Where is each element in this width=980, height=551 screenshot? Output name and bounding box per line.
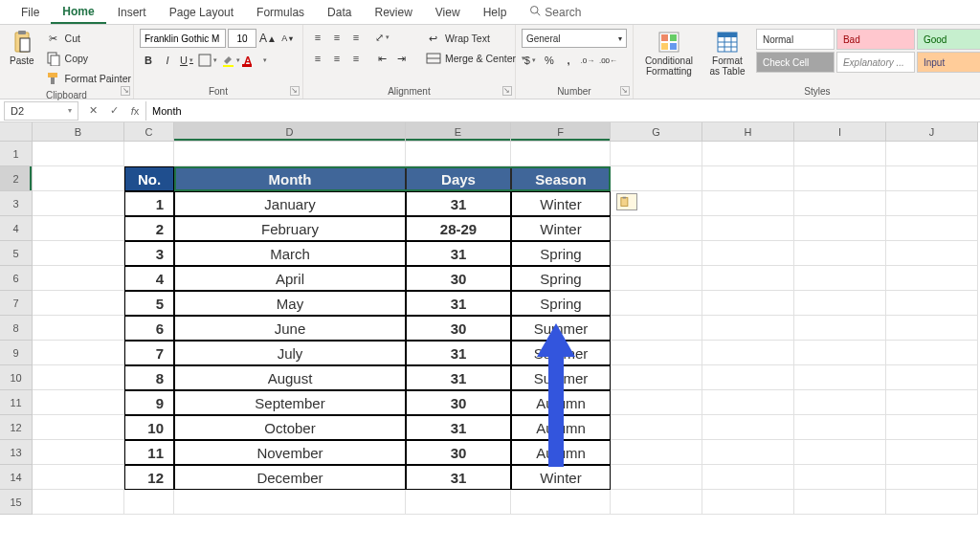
- cell-H1[interactable]: [702, 142, 794, 166]
- style-bad[interactable]: Bad: [836, 29, 915, 50]
- orientation-button[interactable]: ⤢: [374, 29, 391, 46]
- cell-E9[interactable]: 31: [406, 341, 511, 365]
- style-input[interactable]: Input: [917, 52, 980, 73]
- cell-I11[interactable]: [794, 390, 886, 415]
- cell-B4[interactable]: [33, 216, 124, 241]
- enter-fx-button[interactable]: ✓: [103, 104, 124, 117]
- cell-F15[interactable]: [511, 490, 611, 515]
- cell-D1[interactable]: [174, 142, 406, 166]
- comma-button[interactable]: ,: [560, 52, 577, 69]
- tab-formulas[interactable]: Formulas: [245, 2, 316, 23]
- row-header-1[interactable]: 1: [0, 142, 33, 166]
- cell-E11[interactable]: 30: [406, 390, 511, 415]
- style-check[interactable]: Check Cell: [756, 52, 835, 73]
- cell-C3[interactable]: 1: [124, 191, 174, 216]
- cell-C12[interactable]: 10: [124, 415, 174, 440]
- cell-G11[interactable]: [611, 390, 702, 415]
- tab-home[interactable]: Home: [51, 1, 105, 24]
- cell-C14[interactable]: 12: [124, 465, 174, 490]
- row-header-13[interactable]: 13: [0, 440, 33, 465]
- cell-I14[interactable]: [794, 465, 886, 490]
- cell-G6[interactable]: [611, 266, 702, 291]
- cell-F5[interactable]: Spring: [511, 241, 611, 266]
- col-header-I[interactable]: I: [794, 122, 886, 142]
- cell-I1[interactable]: [794, 142, 886, 166]
- cell-C13[interactable]: 11: [124, 440, 174, 465]
- cell-B12[interactable]: [33, 415, 124, 440]
- cell-G7[interactable]: [611, 291, 702, 316]
- cell-G14[interactable]: [611, 465, 702, 490]
- indent-inc-button[interactable]: ⇥: [393, 50, 411, 67]
- cell-H13[interactable]: [702, 440, 794, 465]
- grow-font-button[interactable]: A▲: [258, 30, 278, 47]
- underline-button[interactable]: U: [178, 52, 195, 69]
- spreadsheet-grid[interactable]: BCDEFGHIJ12No.MonthDaysSeason31January31…: [0, 122, 980, 515]
- cell-I15[interactable]: [794, 490, 886, 515]
- cell-D7[interactable]: May: [174, 291, 406, 316]
- cell-B2[interactable]: [33, 166, 124, 191]
- row-header-15[interactable]: 15: [0, 490, 33, 515]
- font-size-input[interactable]: [228, 29, 256, 48]
- cell-J11[interactable]: [886, 390, 978, 415]
- cell-I6[interactable]: [794, 266, 886, 291]
- style-normal[interactable]: Normal: [756, 29, 835, 50]
- cell-E1[interactable]: [406, 142, 511, 166]
- cell-F12[interactable]: Autumn: [511, 415, 611, 440]
- cell-E5[interactable]: 31: [406, 241, 511, 266]
- cancel-fx-button[interactable]: ✕: [82, 104, 103, 117]
- copy-button[interactable]: Copy: [42, 49, 135, 68]
- row-header-10[interactable]: 10: [0, 365, 33, 390]
- tab-insert[interactable]: Insert: [106, 2, 158, 23]
- cell-C4[interactable]: 2: [124, 216, 174, 241]
- tab-view[interactable]: View: [424, 2, 472, 23]
- font-name-input[interactable]: [140, 29, 226, 48]
- cell-E14[interactable]: 31: [406, 465, 511, 490]
- cell-I8[interactable]: [794, 316, 886, 341]
- cell-J7[interactable]: [886, 291, 978, 316]
- cell-B10[interactable]: [33, 365, 124, 390]
- cell-J5[interactable]: [886, 241, 978, 266]
- cell-C8[interactable]: 6: [124, 316, 174, 341]
- currency-button[interactable]: $: [522, 52, 539, 69]
- tab-review[interactable]: Review: [363, 2, 423, 23]
- cell-D15[interactable]: [174, 490, 406, 515]
- row-header-2[interactable]: 2: [0, 166, 33, 191]
- cell-G13[interactable]: [611, 440, 702, 465]
- cell-E7[interactable]: 31: [406, 291, 511, 316]
- cell-H3[interactable]: [702, 191, 794, 216]
- cell-G4[interactable]: [611, 216, 702, 241]
- cell-E15[interactable]: [406, 490, 511, 515]
- cell-F11[interactable]: Autumn: [511, 390, 611, 415]
- cell-D5[interactable]: March: [174, 241, 406, 266]
- cell-J8[interactable]: [886, 316, 978, 341]
- format-painter-button[interactable]: Format Painter: [42, 69, 135, 88]
- cell-E3[interactable]: 31: [406, 191, 511, 216]
- tab-help[interactable]: Help: [472, 2, 519, 23]
- cell-C7[interactable]: 5: [124, 291, 174, 316]
- cell-D4[interactable]: February: [174, 216, 406, 241]
- row-header-8[interactable]: 8: [0, 316, 33, 341]
- cell-H14[interactable]: [702, 465, 794, 490]
- style-explanatory[interactable]: Explanatory ...: [836, 52, 915, 73]
- tab-data[interactable]: Data: [316, 2, 363, 23]
- cell-C5[interactable]: 3: [124, 241, 174, 266]
- cell-G9[interactable]: [611, 341, 702, 365]
- cell-F4[interactable]: Winter: [511, 216, 611, 241]
- cell-D6[interactable]: April: [174, 266, 406, 291]
- cell-I4[interactable]: [794, 216, 886, 241]
- tab-page-layout[interactable]: Page Layout: [158, 2, 245, 23]
- cell-C2[interactable]: No.: [124, 166, 174, 191]
- cell-I5[interactable]: [794, 241, 886, 266]
- cell-D11[interactable]: September: [174, 390, 406, 415]
- fx-button[interactable]: fx: [124, 105, 145, 117]
- cell-D13[interactable]: November: [174, 440, 406, 465]
- cell-J15[interactable]: [886, 490, 978, 515]
- cell-styles-gallery[interactable]: Normal Bad Good Check Cell Explanatory .…: [756, 29, 980, 73]
- percent-button[interactable]: %: [541, 52, 558, 69]
- align-left-button[interactable]: ≡: [309, 50, 326, 67]
- inc-dec-button[interactable]: .0→: [579, 52, 596, 69]
- cell-B8[interactable]: [33, 316, 124, 341]
- border-button[interactable]: [197, 52, 218, 69]
- cell-G10[interactable]: [611, 365, 702, 390]
- cell-E4[interactable]: 28-29: [406, 216, 511, 241]
